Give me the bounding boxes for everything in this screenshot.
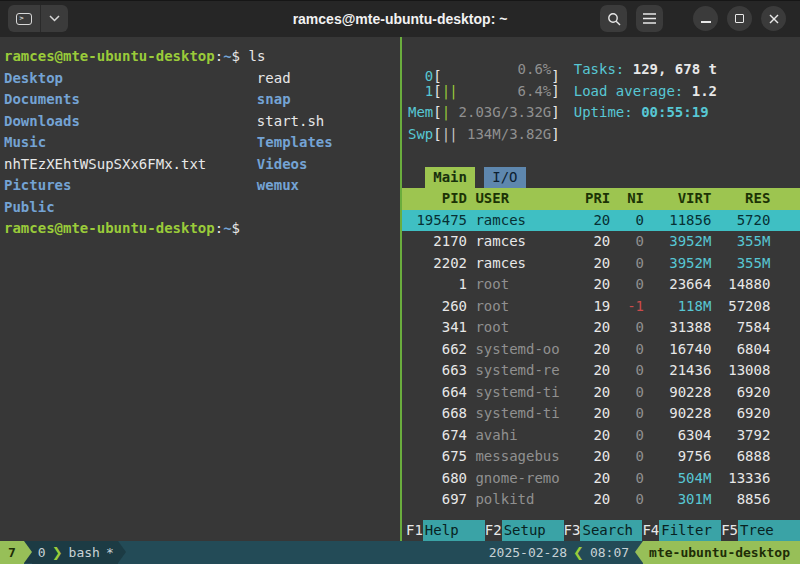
process-row[interactable]: 2170ramces2003952M355M <box>402 231 800 253</box>
uptime-label: Uptime: <box>574 104 633 120</box>
listing-row: Documentssnap <box>0 89 400 111</box>
process-row[interactable]: 697polkitd200301M8856 <box>402 489 800 511</box>
shell-pane[interactable]: ramces@mte-ubuntu-desktop:~$ls Desktopre… <box>0 37 400 541</box>
htop-tab-io[interactable]: I/O <box>484 167 526 189</box>
search-button[interactable] <box>600 5 627 32</box>
cell-pri: 20 <box>568 468 610 490</box>
process-row[interactable]: 662systemd-oo200167406804 <box>402 339 800 361</box>
meter-body: 0.6% <box>442 59 552 81</box>
menu-button[interactable] <box>636 5 663 32</box>
fn-f5-button[interactable]: F5Tree <box>721 520 800 542</box>
tab-chooser-button[interactable] <box>40 5 68 32</box>
cell-pid: 1 <box>408 274 467 296</box>
process-row[interactable]: 195475ramces200118565720 <box>402 210 800 232</box>
maximize-icon <box>735 14 744 23</box>
cell-res: 355M <box>711 231 770 253</box>
column-header-pid[interactable]: PID <box>408 188 467 210</box>
meter-swp: Swp[||134M/3.82G] <box>408 124 560 146</box>
typed-command: ls <box>248 48 265 64</box>
new-tab-button[interactable]: > <box>8 5 40 32</box>
meter-mem: Mem[|2.03G/3.32G] <box>408 102 560 124</box>
cell-pid: 680 <box>408 468 467 490</box>
cell-ni: 0 <box>610 425 644 447</box>
directory-name: snap <box>257 91 291 107</box>
cell-ni: 0 <box>610 274 644 296</box>
htop-meters: 0[0.6%]1[||6.4%]Mem[|2.03G/3.32G]Swp[||1… <box>402 59 800 145</box>
prompt-line: ramces@mte-ubuntu-desktop:~$ls <box>0 46 400 68</box>
fn-f3-button[interactable]: F3Search <box>564 520 643 542</box>
cell-pri: 19 <box>568 296 610 318</box>
htop-tab-main[interactable]: Main <box>425 167 476 189</box>
process-row[interactable]: 2202ramces2003952M355M <box>402 253 800 275</box>
minimize-icon <box>701 21 711 23</box>
meter-bracket: [ <box>433 126 441 142</box>
cell-virt: 16740 <box>644 339 711 361</box>
close-button[interactable] <box>761 6 786 31</box>
process-row[interactable]: 260root19-1118M57208 <box>402 296 800 318</box>
column-header-res[interactable]: RES <box>711 188 770 210</box>
cell-pri: 20 <box>568 382 610 404</box>
meter-bracket: ] <box>551 83 559 99</box>
tmux-date: 2025-02-28 <box>483 541 573 564</box>
process-row[interactable]: 674avahi20063043792 <box>402 425 800 447</box>
tmux-window-item[interactable]: 0❯bash* <box>32 541 118 564</box>
meter-1: 1[||6.4%] <box>408 81 560 103</box>
tmux-time: 08:07 <box>584 541 635 564</box>
tmux-session-badge[interactable]: 7 <box>0 541 24 564</box>
powerline-arrow <box>24 541 32 563</box>
cell-virt: 504M <box>644 468 711 490</box>
window-title: ramces@mte-ubuntu-desktop: ~ <box>293 11 508 27</box>
cell-virt: 11856 <box>644 210 711 232</box>
htop-pane[interactable]: 0[0.6%]1[||6.4%]Mem[|2.03G/3.32G]Swp[||1… <box>402 37 800 541</box>
column-header-user[interactable]: USER <box>467 188 568 210</box>
process-row[interactable]: 680gnome-remo200504M13336 <box>402 468 800 490</box>
cell-res: 8856 <box>711 489 770 511</box>
cell-user: ramces <box>467 231 568 253</box>
process-row[interactable]: 664systemd-ti200902286920 <box>402 382 800 404</box>
cell-virt: 90228 <box>644 382 711 404</box>
cell-res: 7584 <box>711 317 770 339</box>
process-row[interactable]: 341root200313887584 <box>402 317 800 339</box>
fn-key-label: F2 <box>485 520 502 542</box>
cell-pid: 260 <box>408 296 467 318</box>
column-header-ni[interactable]: NI <box>610 188 644 210</box>
cell-res: 3792 <box>711 425 770 447</box>
fn-f4-button[interactable]: F4Filter <box>642 520 721 542</box>
maximize-button[interactable] <box>727 6 752 31</box>
minimize-button[interactable] <box>693 6 718 31</box>
column-header-virt[interactable]: VIRT <box>644 188 711 210</box>
directory-name: Videos <box>257 156 308 172</box>
cell-pri: 20 <box>568 489 610 511</box>
search-icon <box>607 12 621 26</box>
directory-name: Public <box>4 197 257 219</box>
cell-user: systemd-ti <box>467 403 568 425</box>
fn-action-label: Tree <box>738 520 800 542</box>
fn-f2-button[interactable]: F2Setup <box>485 520 564 542</box>
cell-pri: 20 <box>568 360 610 382</box>
process-row[interactable]: 1root2002366414880 <box>402 274 800 296</box>
process-row[interactable]: 663systemd-re2002143613008 <box>402 360 800 382</box>
cell-pri: 20 <box>568 425 610 447</box>
meter-bar: || <box>442 124 457 146</box>
file-name: nhTEzXEhtWSupSXx6FMx.txt <box>4 154 257 176</box>
process-row[interactable]: 668systemd-ti200902286920 <box>402 403 800 425</box>
cell-pri: 20 <box>568 210 610 232</box>
fn-f1-button[interactable]: F1Help <box>406 520 485 542</box>
htop-summary: Tasks:129,678 t Load average:1.2 Uptime:… <box>574 59 717 145</box>
listing-row: Desktopread <box>0 68 400 90</box>
fn-action-label: Search <box>580 520 642 542</box>
directory-name: Downloads <box>4 111 257 133</box>
meter-label: 1 <box>408 81 433 103</box>
cell-user: ramces <box>467 253 568 275</box>
directory-name: Pictures <box>4 175 257 197</box>
tmux-window-name: bash <box>69 541 100 564</box>
meter-value: 0.6% <box>518 59 552 81</box>
cell-res: 6888 <box>711 446 770 468</box>
cell-virt: 118M <box>644 296 711 318</box>
prompt-user-host: ramces@mte-ubuntu-desktop <box>4 220 215 236</box>
meter-label: Mem <box>408 102 433 124</box>
column-header-pri[interactable]: PRI <box>568 188 610 210</box>
cell-virt: 23664 <box>644 274 711 296</box>
cell-virt: 3952M <box>644 253 711 275</box>
process-row[interactable]: 675messagebus20097566888 <box>402 446 800 468</box>
